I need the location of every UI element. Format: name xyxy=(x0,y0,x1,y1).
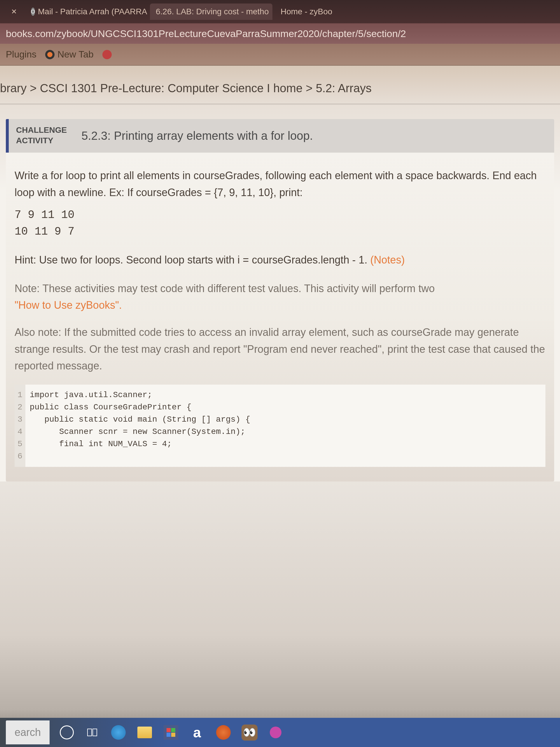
code-line: public class CourseGradePrinter { xyxy=(30,401,541,413)
notes-link[interactable]: (Notes) xyxy=(370,254,405,266)
note-text: Note: These activities may test code wit… xyxy=(15,280,545,314)
browser-tab-strip: ✕ O Mail - Patricia Arrah (PAARRAS ✕ 6.2… xyxy=(0,0,560,23)
bookmark-icon xyxy=(102,50,112,59)
activity-card: CHALLENGE ACTIVITY 5.2.3: Printing array… xyxy=(6,119,554,482)
code-line: public static void main (String [] args)… xyxy=(30,413,541,426)
example-output: 7 9 11 10 10 11 9 7 xyxy=(15,207,545,240)
microsoft-store-icon[interactable] xyxy=(163,724,179,741)
tab-close-icon[interactable]: ✕ xyxy=(11,7,17,16)
svg-rect-2 xyxy=(93,729,97,736)
bookmark-label: Plugins xyxy=(6,49,36,60)
app-icon[interactable] xyxy=(268,724,284,741)
taskbar-search[interactable]: earch xyxy=(6,720,50,744)
firefox-taskbar-icon[interactable] xyxy=(215,724,231,741)
duolingo-icon[interactable]: 👀 xyxy=(241,724,258,741)
howto-link[interactable]: "How to Use zyBooks". xyxy=(15,299,122,311)
hint-text: Hint: Use two for loops. Second loop sta… xyxy=(15,252,545,268)
code-line: import java.util.Scanner; xyxy=(30,389,541,401)
firefox-icon xyxy=(45,50,55,59)
bookmark-plugins[interactable]: Plugins xyxy=(6,49,36,60)
url-bar[interactable]: books.com/zybook/UNGCSCI1301PreLectureCu… xyxy=(0,23,560,44)
bookmark-item[interactable] xyxy=(102,50,112,59)
activity-header: CHALLENGE ACTIVITY 5.2.3: Printing array… xyxy=(6,119,554,153)
browser-tab-mail[interactable]: O Mail - Patricia Arrah (PAARRAS ✕ xyxy=(25,3,148,20)
browser-tab[interactable]: ✕ xyxy=(3,4,23,19)
activity-body: Write a for loop to print all elements i… xyxy=(6,153,554,482)
svg-rect-1 xyxy=(87,729,91,736)
line-gutter: 1 2 3 4 5 6 xyxy=(15,385,25,467)
svg-point-3 xyxy=(270,727,282,738)
activity-type-label: CHALLENGE ACTIVITY xyxy=(9,119,74,153)
code-lines[interactable]: import java.util.Scanner; public class C… xyxy=(25,385,545,467)
tab-title: Home - zyBoo xyxy=(281,7,332,16)
bookmarks-bar: Plugins New Tab xyxy=(0,44,560,66)
bookmark-newtab[interactable]: New Tab xyxy=(45,49,94,60)
tab-title: 6.26. LAB: Driving cost - metho xyxy=(156,7,269,16)
code-line: final int NUM_VALS = 4; xyxy=(30,438,541,450)
browser-tab-zybooks[interactable]: 6.26. LAB: Driving cost - metho ✕ xyxy=(150,3,272,20)
edge-icon[interactable] xyxy=(110,724,126,741)
breadcrumb[interactable]: brary > CSCI 1301 Pre-Lecture: Computer … xyxy=(0,74,560,104)
instruction-text: Write a for loop to print all elements i… xyxy=(15,167,545,201)
amazon-icon[interactable]: a xyxy=(189,724,205,741)
activity-title: 5.2.3: Printing array elements with a fo… xyxy=(74,119,554,153)
browser-tab-home[interactable]: Home - zyBoo xyxy=(275,3,338,20)
svg-point-0 xyxy=(47,52,53,57)
file-explorer-icon[interactable] xyxy=(136,724,153,741)
code-editor[interactable]: 1 2 3 4 5 6 import java.util.Scanner; pu… xyxy=(15,385,545,467)
windows-taskbar: earch a 👀 xyxy=(0,718,560,747)
also-note-text: Also note: If the submitted code tries t… xyxy=(15,324,545,375)
task-view-icon[interactable] xyxy=(84,724,100,741)
page-content: brary > CSCI 1301 Pre-Lecture: Computer … xyxy=(0,66,560,482)
code-line: Scanner scnr = new Scanner(System.in); xyxy=(30,426,541,438)
tab-title: Mail - Patricia Arrah (PAARRAS xyxy=(38,7,148,16)
cortana-icon[interactable] xyxy=(60,725,74,740)
url-text: books.com/zybook/UNGCSCI1301PreLectureCu… xyxy=(6,28,406,40)
outlook-icon: O xyxy=(31,7,35,16)
bookmark-label: New Tab xyxy=(57,49,94,60)
screen: ✕ O Mail - Patricia Arrah (PAARRAS ✕ 6.2… xyxy=(0,0,560,747)
